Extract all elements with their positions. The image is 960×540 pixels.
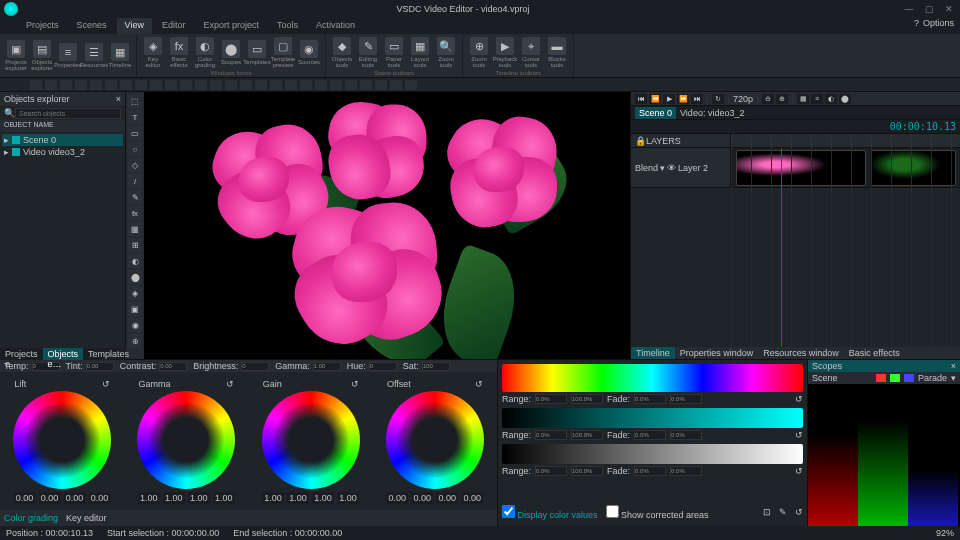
toolrow-button-19[interactable] (315, 80, 327, 90)
ribbon-sources[interactable]: ◉Sources (297, 40, 321, 65)
timeline-ctrl[interactable]: ▦ (797, 94, 809, 104)
show-corrected-check[interactable]: Show corrected areas (606, 505, 709, 520)
scopes-close-icon[interactable]: × (951, 361, 956, 371)
toolrow-button-6[interactable] (120, 80, 132, 90)
color-wheel-gain[interactable] (262, 391, 360, 489)
reset-icon[interactable]: ↺ (351, 379, 359, 389)
ramp-sat[interactable] (502, 408, 803, 428)
vtool-5[interactable]: / (128, 174, 142, 188)
reset-icon[interactable]: ↺ (475, 379, 483, 389)
ribbon-blocks-tools[interactable]: ▬Blocks tools (545, 37, 569, 68)
vtool-1[interactable]: T (128, 110, 142, 124)
ribbon-layout-tools[interactable]: ▦Layout tools (408, 37, 432, 68)
vtool-14[interactable]: ◉ (128, 318, 142, 332)
ribbon-zoom-tools[interactable]: ⊕Zoom tools (467, 37, 491, 68)
ribbon-zoom-tools[interactable]: 🔍Zoom tools (434, 37, 458, 68)
ribbon-basic-effects[interactable]: fxBasic effects (167, 37, 191, 68)
toolrow-button-12[interactable] (210, 80, 222, 90)
toolrow-button-1[interactable] (45, 80, 57, 90)
objects-search-input[interactable] (15, 108, 121, 119)
toolrow-button-13[interactable] (225, 80, 237, 90)
timeline-ctrl[interactable]: ≡ (811, 94, 823, 104)
vtool-15[interactable]: ⊕ (128, 334, 142, 348)
timeline-ctrl[interactable]: ▶ (663, 94, 675, 104)
timeline-ctrl[interactable]: ↻ (712, 94, 724, 104)
ribbon-editing-tools[interactable]: ✎Editing tools (356, 37, 380, 68)
ribbon-cursor-tools[interactable]: ⌖Cursor tools (519, 37, 543, 68)
toolrow-button-2[interactable] (60, 80, 72, 90)
param-contrast[interactable] (159, 362, 187, 371)
ribbon-paper-tools[interactable]: ▭Paper tools (382, 37, 406, 68)
menu-export-project[interactable]: Export project (195, 18, 267, 34)
vtool-12[interactable]: ◈ (128, 286, 142, 300)
timeline-ctrl[interactable]: ⬤ (839, 94, 851, 104)
vtool-4[interactable]: ◇ (128, 158, 142, 172)
reset-icon[interactable]: ↺ (102, 379, 110, 389)
vtool-9[interactable]: ⊞ (128, 238, 142, 252)
param-hue[interactable] (369, 362, 397, 371)
panel-close-icon[interactable]: × (116, 94, 121, 104)
param-brightness[interactable] (241, 362, 269, 371)
toolrow-button-9[interactable] (165, 80, 177, 90)
ramp-hue[interactable] (502, 364, 803, 392)
maximize-button[interactable]: ▢ (922, 3, 936, 15)
toolrow-button-17[interactable] (285, 80, 297, 90)
toolrow-button-18[interactable] (300, 80, 312, 90)
vtool-13[interactable]: ▣ (128, 302, 142, 316)
param-gamma[interactable] (313, 362, 341, 371)
vtool-2[interactable]: ▭ (128, 126, 142, 140)
color-wheel-offset[interactable] (386, 391, 484, 489)
vtool-10[interactable]: ◐ (128, 254, 142, 268)
reset-icon[interactable]: ↺ (795, 394, 803, 404)
bottom-tab[interactable]: Objects e… (43, 348, 84, 360)
toolrow-button-24[interactable] (390, 80, 402, 90)
display-values-check[interactable]: Display color values (502, 505, 598, 520)
toolrow-button-23[interactable] (375, 80, 387, 90)
menu-tools[interactable]: Tools (269, 18, 306, 34)
toolrow-button-15[interactable] (255, 80, 267, 90)
scope-blue-toggle[interactable] (904, 374, 914, 382)
vtool-7[interactable]: fx (128, 206, 142, 220)
cg-tab[interactable]: Key editor (66, 513, 107, 523)
scope-red-toggle[interactable] (876, 374, 886, 382)
toolrow-button-10[interactable] (180, 80, 192, 90)
right-tab-resources-window[interactable]: Resources window (758, 347, 844, 359)
cg-tab[interactable]: Color grading (4, 513, 58, 523)
fps-selector[interactable]: 720p (733, 94, 753, 104)
toolrow-button-16[interactable] (270, 80, 282, 90)
ramp-lum[interactable] (502, 444, 803, 464)
timeline-clip[interactable] (736, 150, 866, 186)
menu-projects[interactable]: Projects (18, 18, 67, 34)
vtool-8[interactable]: ▦ (128, 222, 142, 236)
ribbon-templates[interactable]: ▭Templates (245, 40, 269, 65)
menu-editor[interactable]: Editor (154, 18, 194, 34)
toolrow-button-4[interactable] (90, 80, 102, 90)
reset-icon[interactable]: ↺ (795, 507, 803, 517)
timeline-ctrl[interactable]: ◐ (825, 94, 837, 104)
toolrow-button-20[interactable] (330, 80, 342, 90)
ribbon-projects-explorer[interactable]: ▣Projects explorer (4, 40, 28, 71)
timeline-ctrl[interactable]: ⏮ (635, 94, 647, 104)
ribbon-template-preview[interactable]: ▢Template preview (271, 37, 295, 68)
tree-item[interactable]: ▸Video video3_2 (2, 146, 123, 158)
video-tab[interactable]: Video: video3_2 (676, 107, 748, 119)
vtool-3[interactable]: ○ (128, 142, 142, 156)
toolrow-button-25[interactable] (405, 80, 417, 90)
ribbon-key-editor[interactable]: ◈Key editor (141, 37, 165, 68)
visibility-icon[interactable]: 👁 (667, 163, 676, 173)
ribbon-objects-explorer[interactable]: ▤Objects explorer (30, 40, 54, 71)
ribbon-properties[interactable]: ≡Properties (56, 43, 80, 68)
toolrow-button-22[interactable] (360, 80, 372, 90)
scene-tab[interactable]: Scene 0 (635, 107, 676, 119)
preview-viewport[interactable] (144, 92, 630, 359)
right-tab-timeline[interactable]: Timeline (631, 347, 675, 359)
playhead[interactable] (781, 148, 782, 347)
track-header[interactable]: Blend ▾ 👁 Layer 2 (631, 148, 731, 187)
timeline-ctrl[interactable]: ⊕ (776, 94, 788, 104)
picker-icon[interactable]: ⊡ (763, 507, 771, 517)
toolrow-button-8[interactable] (150, 80, 162, 90)
scopes-mode-select[interactable]: Parade (918, 373, 947, 383)
toolrow-button-0[interactable] (30, 80, 42, 90)
right-tab-basic-effects[interactable]: Basic effects (844, 347, 905, 359)
toolrow-button-3[interactable] (75, 80, 87, 90)
